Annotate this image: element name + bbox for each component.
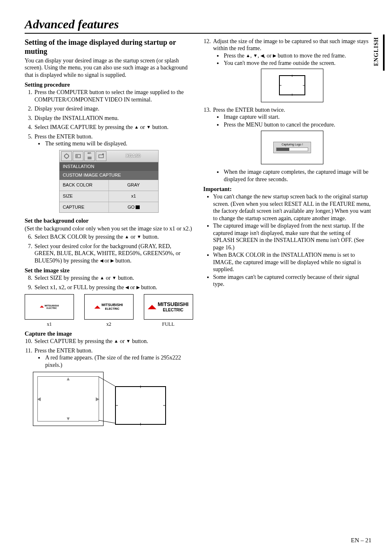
up-triangle-icon: ▲ — [246, 53, 250, 59]
step-4-text-c: button. — [151, 124, 168, 130]
step-5: Press the ENTER button. The setting menu… — [34, 133, 193, 147]
important-3: When BACK COLOR in the INSTALLATION menu… — [213, 251, 372, 273]
step-12-bullet-1: Press the ▲, ▼, ◀, or ▶ button to move t… — [223, 52, 372, 60]
step-11-bullet: A red frame appears. (The size of the re… — [44, 354, 193, 368]
svg-rect-3 — [88, 157, 92, 159]
mitsubishi-logo-icon: ◢◣ — [95, 305, 100, 309]
step-2: Display your desired image. — [34, 105, 193, 113]
brand-text: MITSUBISHI — [158, 301, 189, 307]
left-triangle-icon: ◀ — [100, 258, 103, 264]
step-10-text-b: or — [118, 338, 126, 344]
s12b1-b: , — [250, 53, 253, 59]
step-9-text-c: button. — [140, 284, 157, 290]
svg-line-7 — [99, 420, 115, 423]
up-triangle-icon: ▲ — [134, 124, 139, 130]
intro-paragraph: You can display your desired image as th… — [25, 57, 193, 79]
progress-fill — [277, 148, 289, 151]
red-frame-small-figure — [261, 69, 323, 102]
step-8-text-a: Select SIZE by pressing the — [35, 275, 100, 281]
menu-back-color-label: BACK COLOR — [60, 180, 109, 191]
language-label: ENGLISH — [373, 37, 380, 66]
step-12-bullet-2: You can't move the red frame outside the… — [223, 60, 372, 67]
important-heading: Important: — [203, 185, 372, 193]
step-8-text-b: or — [104, 275, 112, 281]
step-8: Select SIZE by pressing the ▲ or ▼ butto… — [34, 274, 193, 282]
tiny-frame — [279, 75, 305, 95]
step-13-bullet-2: Press the MENU button to cancel the proc… — [223, 121, 372, 129]
s12b1-c: , — [258, 53, 261, 59]
left-column: Setting of the image displayed during st… — [25, 38, 193, 438]
important-2: The captured image will be displayed fro… — [213, 222, 372, 251]
step-7: Select your desired color for the backgr… — [34, 243, 193, 265]
go-text: GO — [127, 205, 134, 210]
page-number: EN – 21 — [351, 537, 371, 544]
step-13-bullet-1: Image capture will start. — [223, 113, 372, 121]
x1-label: x1 — [25, 321, 74, 327]
down-triangle-icon: ▼ — [146, 124, 151, 130]
step-10: Select CAPTURE by pressing the ▲ or ▼ bu… — [34, 338, 193, 345]
up-triangle-icon: ▲ — [100, 275, 104, 281]
image-size-heading: Set the image size — [25, 267, 193, 274]
enter-icon — [136, 205, 140, 209]
full-label: FULL — [144, 321, 193, 327]
menu-tab-icon-3: opt. — [84, 151, 95, 161]
step-11: Press the ENTER button. A red frame appe… — [34, 347, 193, 369]
step-3: Display the INSTALLATION menu. — [34, 115, 193, 122]
zoom-lines — [33, 372, 168, 438]
menu-tab-icon-2 — [73, 151, 83, 161]
important-1: You can't change the new startup screen … — [213, 193, 372, 222]
step-6-text-a: Select BACK COLOR by pressing the — [35, 234, 125, 240]
x2-label: x2 — [84, 321, 134, 327]
section-heading: Setting of the image displayed during st… — [25, 38, 193, 56]
step-10-text-a: Select CAPTURE by pressing the — [35, 338, 114, 344]
svg-point-5 — [102, 153, 104, 154]
background-color-note: (Set the background color only when you … — [25, 225, 193, 233]
step-7-text-c: button. — [114, 258, 131, 264]
brand-text: MITSUBISHI — [101, 303, 123, 307]
step-4: Select IMAGE CAPTURE by pressing the ▲ o… — [34, 124, 193, 131]
important-4: Some images can't be captured correctly … — [213, 274, 372, 288]
mitsubishi-logo-icon: ◢◣ — [148, 304, 156, 310]
right-column: Adjust the size of the image to be captu… — [203, 38, 372, 438]
step-7-text-b: or — [103, 258, 111, 264]
step-6-text-c: button. — [141, 234, 159, 240]
left-triangle-icon: ◀ — [261, 53, 264, 59]
step-9-text-b: or — [129, 284, 136, 290]
menu-capture-label: CAPTURE — [60, 202, 109, 213]
menu-resolution-label: XGA60 — [108, 153, 158, 159]
menu-size-label: SIZE — [60, 191, 109, 202]
down-triangle-icon: ▼ — [126, 339, 131, 344]
step-13: Press the ENTER button twice. Image capt… — [212, 106, 372, 183]
up-triangle-icon: ▲ — [125, 234, 129, 240]
step-12: Adjust the size of the image to be captu… — [212, 38, 372, 102]
right-triangle-icon: ▶ — [273, 53, 276, 59]
left-triangle-icon: ◀ — [125, 285, 129, 290]
side-accent-bar — [383, 35, 385, 71]
step-13-bullet-3: When the image capture completes, the ca… — [223, 168, 372, 183]
up-triangle-icon: ▲ — [114, 339, 118, 344]
background-color-heading: Set the background color — [25, 217, 193, 224]
step-5-text: Press the ENTER button. — [35, 134, 93, 140]
size-examples-figure: ◢◣ MITSUBISHIELECTRIC x1 ◢◣ MITSUBISHIEL… — [25, 294, 193, 327]
brand-sub-text: ELECTRIC — [163, 308, 183, 312]
brand-sub-text: ELECTRIC — [46, 307, 57, 309]
s12b1-d: , or — [264, 53, 273, 59]
down-triangle-icon: ▼ — [112, 275, 117, 281]
menu-size-value: x1 — [109, 191, 158, 202]
progress-bar — [276, 147, 308, 151]
svg-rect-4 — [99, 154, 103, 157]
capture-image-heading: Capture the image — [25, 330, 193, 337]
menu-tab-icon-1 — [61, 151, 72, 161]
capturing-label: Capturing Logo ! — [274, 143, 311, 147]
menu-installation-row: INSTALLATION — [60, 162, 158, 171]
right-triangle-icon: ▶ — [136, 285, 140, 290]
step-12-text: Adjust the size of the image to be captu… — [213, 38, 369, 52]
menu-custom-capture-row: CUSTOM IMAGE CAPTURE — [60, 171, 158, 180]
brand-sub-text: ELECTRIC — [105, 307, 120, 310]
step-4-text-a: Select IMAGE CAPTURE by pressing the — [35, 124, 134, 130]
down-triangle-icon: ▼ — [137, 234, 141, 240]
capture-progress-figure: Capturing Logo ! — [261, 131, 323, 164]
step-10-text-c: button. — [131, 338, 148, 344]
menu-tab-row: opt. XGA60 — [60, 150, 158, 162]
page-title: Advanced features — [25, 16, 371, 34]
